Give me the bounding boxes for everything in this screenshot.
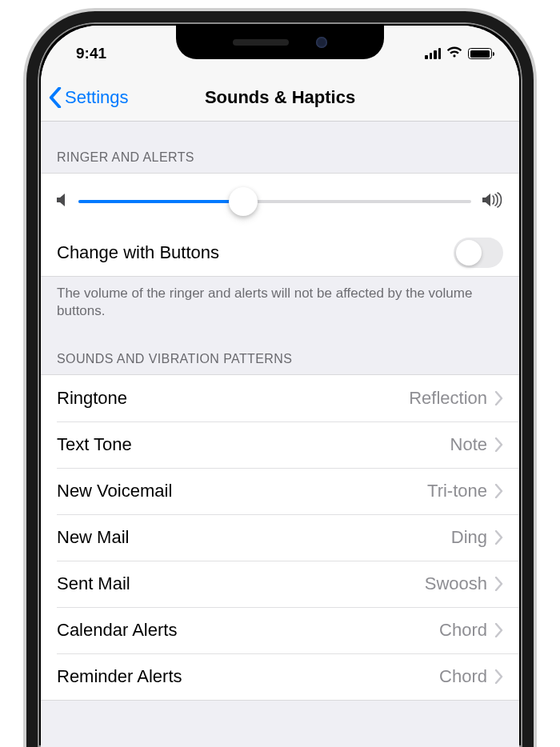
back-label: Settings: [65, 87, 129, 108]
calendar-alerts-row[interactable]: Calendar Alerts Chord: [41, 607, 519, 653]
new-mail-row[interactable]: New Mail Ding: [41, 514, 519, 561]
sounds-group: Ringtone Reflection Text Tone Note New V…: [41, 374, 519, 701]
phone-frame: 9:41 Settings Sounds &: [26, 11, 534, 747]
ringtone-row[interactable]: Ringtone Reflection: [41, 375, 519, 421]
chevron-right-icon: [495, 577, 503, 591]
row-value: Reflection: [409, 388, 487, 409]
volume-slider-row: [41, 174, 519, 230]
volume-high-icon: [482, 192, 503, 211]
chevron-left-icon: [49, 87, 62, 108]
slider-thumb[interactable]: [229, 187, 258, 216]
chevron-right-icon: [495, 391, 503, 405]
row-value: Chord: [439, 620, 487, 641]
status-time: 9:41: [76, 45, 106, 62]
row-value: Chord: [439, 666, 487, 687]
row-value: Ding: [451, 527, 487, 548]
front-camera: [316, 37, 327, 48]
reminder-alerts-row[interactable]: Reminder Alerts Chord: [41, 653, 519, 700]
screen: 9:41 Settings Sounds &: [41, 26, 519, 747]
section-header-ringer: RINGER AND ALERTS: [41, 122, 519, 173]
change-with-buttons-switch[interactable]: [454, 238, 503, 268]
text-tone-row[interactable]: Text Tone Note: [41, 421, 519, 468]
chevron-right-icon: [495, 669, 503, 684]
new-voicemail-row[interactable]: New Voicemail Tri-tone: [41, 468, 519, 514]
chevron-right-icon: [495, 623, 503, 637]
row-label: Reminder Alerts: [57, 666, 439, 687]
section-header-sounds: SOUNDS AND VIBRATION PATTERNS: [41, 328, 519, 374]
content: RINGER AND ALERTS: [41, 122, 519, 747]
row-value: Swoosh: [425, 573, 487, 594]
row-label: Calendar Alerts: [57, 620, 439, 641]
volume-low-icon: [57, 193, 67, 210]
slider-fill: [78, 200, 243, 203]
chevron-right-icon: [495, 484, 503, 498]
switch-knob: [456, 240, 482, 266]
chevron-right-icon: [495, 530, 503, 545]
row-label: Text Tone: [57, 434, 450, 455]
chevron-right-icon: [495, 437, 503, 452]
row-value: Note: [450, 434, 487, 455]
back-button[interactable]: Settings: [49, 87, 129, 108]
speaker-grille: [233, 39, 289, 46]
status-icons: [425, 46, 492, 62]
notch: [176, 26, 384, 59]
change-with-buttons-label: Change with Buttons: [57, 242, 454, 263]
volume-slider[interactable]: [78, 200, 471, 203]
ringer-group: Change with Buttons: [41, 173, 519, 277]
sent-mail-row[interactable]: Sent Mail Swoosh: [41, 561, 519, 607]
row-label: New Voicemail: [57, 481, 427, 501]
row-label: Sent Mail: [57, 573, 425, 594]
cellular-icon: [425, 48, 441, 59]
battery-icon: [468, 48, 492, 59]
wifi-icon: [446, 46, 462, 62]
row-label: Ringtone: [57, 388, 409, 409]
row-label: New Mail: [57, 527, 451, 548]
row-value: Tri-tone: [427, 481, 487, 501]
nav-bar: Settings Sounds & Haptics: [41, 74, 519, 122]
change-with-buttons-row[interactable]: Change with Buttons: [41, 230, 519, 276]
section-footer-ringer: The volume of the ringer and alerts will…: [41, 277, 519, 328]
